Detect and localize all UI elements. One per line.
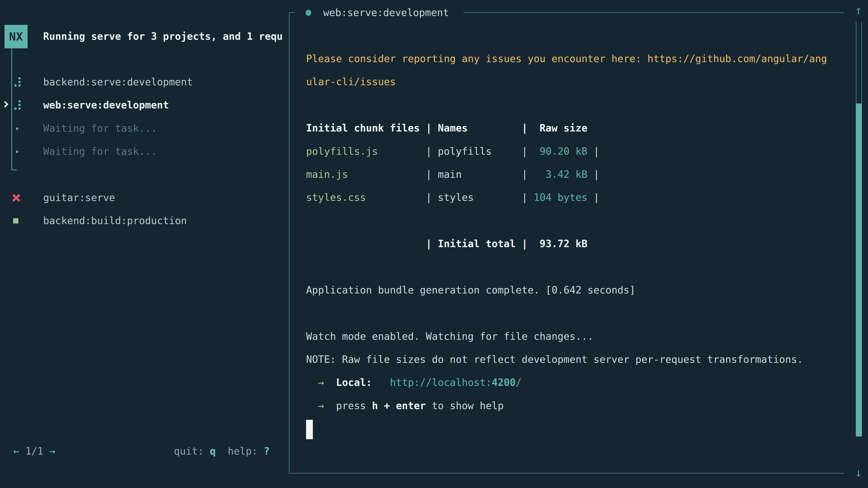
terminal-line — [306, 302, 844, 325]
text-segment: | Initial total | 93.72 kB — [306, 238, 587, 250]
waiting-dot-icon — [16, 127, 18, 130]
app-header-title: Running serve for 3 projects, and 1 requ — [43, 27, 283, 46]
page-prev-icon[interactable]: ← — [13, 445, 20, 457]
local-url-slash[interactable]: / — [516, 377, 522, 388]
page-next-icon[interactable]: → — [49, 445, 55, 457]
text-segment: | — [587, 145, 599, 157]
panel-title: web:serve:development — [323, 5, 449, 20]
text-segment: to show help — [426, 400, 504, 412]
task-row[interactable]: Waiting for task... — [0, 140, 289, 163]
text-segment: Application bundle generation complete. … — [306, 284, 636, 296]
text-segment: | — [378, 145, 438, 157]
task-label: Waiting for task... — [43, 140, 157, 163]
terminal-line: | Initial total | 93.72 kB — [306, 232, 844, 255]
local-url[interactable]: http://localhost: — [390, 377, 492, 388]
help-hint-label: help: — [228, 445, 264, 457]
text-segment: Please consider reporting any issues you… — [306, 53, 827, 64]
terminal-line: polyfills.js | polyfills | 90.20 kB | — [306, 140, 844, 163]
terminal-output: Please consider reporting any issues you… — [306, 47, 844, 441]
text-segment — [324, 400, 336, 412]
text-segment: press — [336, 400, 372, 412]
task-label: backend:build:production — [43, 209, 187, 232]
text-segment: | — [587, 168, 599, 180]
terminal-line: Please consider reporting any issues you… — [306, 47, 844, 70]
local-url-port[interactable]: 4200 — [492, 377, 516, 388]
terminal-line: main.js | main | 3.42 kB | — [306, 163, 844, 186]
text-segment: styles.css — [306, 192, 366, 203]
text-segment: Initial chunk files | Names | Raw size — [306, 122, 587, 134]
task-row[interactable]: backend:build:production — [0, 209, 289, 232]
task-label: backend:serve:development — [43, 70, 193, 94]
terminal-line: → Local: http://localhost:4200/ — [306, 371, 844, 394]
scroll-up-icon[interactable]: ↑ — [851, 4, 866, 17]
page-indicator: 1/1 — [20, 445, 49, 457]
error-cross-icon — [12, 194, 20, 202]
text-segment: | — [366, 192, 438, 203]
pagination: ← 1/1 → — [13, 441, 55, 461]
task-row[interactable]: Waiting for task... — [0, 117, 289, 140]
scroll-down-icon[interactable]: ↓ — [851, 466, 866, 480]
spinner-icon — [14, 85, 17, 87]
task-row[interactable]: backend:serve:development — [0, 70, 289, 94]
text-segment: 90.20 kB — [534, 145, 587, 157]
keyboard-hints: quit: q help: ? — [174, 441, 270, 461]
text-segment: main.js — [306, 168, 348, 180]
text-segment: | — [348, 168, 438, 180]
text-segment: styles — [438, 192, 474, 203]
terminal-cursor — [306, 420, 313, 439]
panel-border-top-stub — [289, 12, 295, 13]
terminal-line — [306, 417, 844, 440]
terminal-line: Watch mode enabled. Watching for file ch… — [306, 325, 844, 348]
terminal-line: Application bundle generation complete. … — [306, 279, 844, 302]
text-segment: 3.42 kB — [534, 168, 587, 180]
text-segment: Watch mode enabled. Watching for file ch… — [306, 330, 594, 342]
waiting-dot-icon — [16, 151, 18, 153]
text-segment: Local: — [336, 377, 372, 388]
text-segment — [372, 377, 390, 388]
task-running-bullet-icon — [306, 10, 311, 16]
quit-hint-key: q — [210, 445, 216, 457]
task-sidebar: NX Running serve for 3 projects, and 1 r… — [0, 0, 289, 488]
text-segment — [324, 377, 336, 388]
nx-tui-screen: NX Running serve for 3 projects, and 1 r… — [0, 0, 868, 488]
terminal-line — [306, 209, 844, 232]
terminal-line: ular-cli/issues — [306, 70, 844, 93]
text-segment: 104 bytes — [534, 192, 587, 203]
panel-border-top-line — [463, 12, 844, 13]
spinner-icon — [14, 107, 17, 109]
terminal-line: → press h + enter to show help — [306, 394, 844, 417]
text-segment: polyfills — [438, 145, 492, 157]
terminal-line: Initial chunk files | Names | Raw size — [306, 117, 844, 140]
text-segment — [306, 400, 318, 412]
text-segment: | — [587, 192, 599, 203]
terminal-line: styles.css | styles | 104 bytes | — [306, 186, 844, 209]
task-list-gap — [0, 163, 289, 186]
task-row[interactable]: guitar:serve — [0, 186, 289, 209]
task-label: guitar:serve — [43, 186, 115, 209]
terminal-line — [306, 256, 844, 279]
arrow-icon: → — [318, 400, 324, 412]
task-label: Waiting for task... — [43, 117, 157, 140]
panel-border-bottom — [289, 473, 844, 474]
text-segment: | — [462, 168, 534, 180]
task-label: web:serve:development — [43, 94, 169, 117]
text-segment: | — [492, 145, 533, 157]
panel-border-left — [289, 12, 289, 474]
success-square-icon — [13, 218, 18, 223]
text-segment: ular-cli/issues — [306, 76, 396, 88]
text-segment — [306, 377, 318, 388]
arrow-icon: → — [318, 377, 324, 388]
terminal-line — [306, 94, 844, 117]
hint-separator — [216, 445, 228, 457]
text-segment: polyfills.js — [306, 145, 378, 157]
quit-hint-label: quit: — [174, 445, 210, 457]
task-row[interactable]: web:serve:development — [0, 94, 289, 117]
text-segment: main — [438, 168, 462, 180]
text-segment: NOTE: Raw file sizes do not reflect deve… — [306, 354, 803, 365]
scrollbar-thumb[interactable] — [856, 103, 862, 436]
text-segment: | — [474, 192, 534, 203]
terminal-line: NOTE: Raw file sizes do not reflect deve… — [306, 348, 844, 371]
help-hint-key: ? — [264, 445, 270, 457]
selected-task-chevron-icon — [2, 101, 8, 108]
task-list: backend:serve:developmentweb:serve:devel… — [0, 70, 289, 232]
